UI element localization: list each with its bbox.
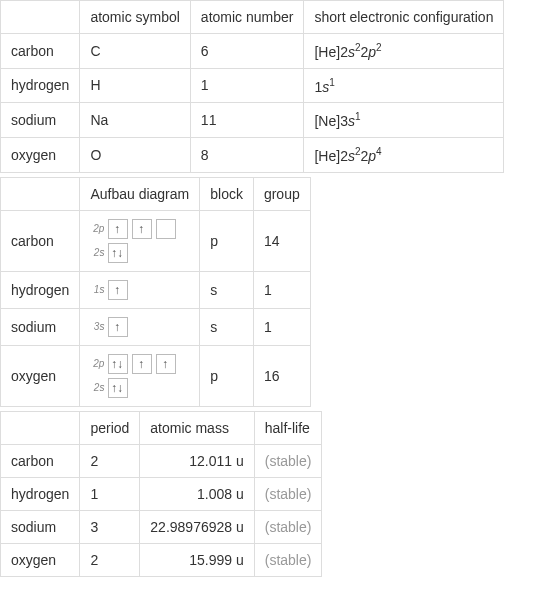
orbital-label: 2p — [90, 358, 104, 369]
orbital-box — [156, 219, 176, 239]
header-half: half-life — [254, 411, 322, 444]
spin-up-icon — [164, 358, 169, 370]
electron-config: [Ne]3s1 — [304, 103, 504, 138]
group: 1 — [253, 271, 310, 308]
table-aufbau: Aufbau diagram block group carbon2p2sp14… — [0, 177, 311, 407]
header-period: period — [80, 411, 140, 444]
orbital-line: 2p — [90, 354, 189, 374]
aufbau-diagram: 2p2s — [80, 345, 200, 406]
atomic-mass: 12.011 u — [140, 444, 254, 477]
half-life: (stable) — [254, 444, 322, 477]
half-life: (stable) — [254, 510, 322, 543]
spin-up-icon — [116, 321, 121, 333]
element-name: oxygen — [1, 345, 80, 406]
spin-up-icon — [116, 284, 121, 296]
aufbau-diagram: 3s — [80, 308, 200, 345]
header-number: atomic number — [190, 1, 304, 34]
orbital-line: 2s — [90, 243, 189, 263]
orbital-line: 1s — [90, 280, 189, 300]
spin-up-icon — [140, 358, 145, 370]
table-row: sodium3ss1 — [1, 308, 311, 345]
table-row: oxygenO8[He]2s22p4 — [1, 137, 504, 172]
atomic-symbol: H — [80, 68, 190, 103]
table-row: oxygen2p2sp16 — [1, 345, 311, 406]
period: 2 — [80, 444, 140, 477]
element-name: sodium — [1, 510, 80, 543]
spin-down-icon — [119, 358, 124, 370]
orbital-line: 2p — [90, 219, 189, 239]
orbital-label: 3s — [90, 321, 104, 332]
half-life: (stable) — [254, 477, 322, 510]
header-symbol: atomic symbol — [80, 1, 190, 34]
block: p — [200, 345, 254, 406]
period: 2 — [80, 543, 140, 576]
table-row: carbon212.011 u(stable) — [1, 444, 322, 477]
aufbau-diagram: 2p2s — [80, 210, 200, 271]
table-header-row: Aufbau diagram block group — [1, 177, 311, 210]
table-row: sodiumNa11[Ne]3s1 — [1, 103, 504, 138]
spin-down-icon — [119, 247, 124, 259]
group: 16 — [253, 345, 310, 406]
element-name: carbon — [1, 34, 80, 69]
block: s — [200, 271, 254, 308]
element-name: sodium — [1, 308, 80, 345]
element-name: oxygen — [1, 137, 80, 172]
orbital-box — [108, 243, 128, 263]
table-row: hydrogen1ss1 — [1, 271, 311, 308]
element-name: hydrogen — [1, 271, 80, 308]
header-config: short electronic configuration — [304, 1, 504, 34]
header-blank — [1, 177, 80, 210]
group: 1 — [253, 308, 310, 345]
orbital-label: 1s — [90, 284, 104, 295]
orbital-line: 3s — [90, 317, 189, 337]
atomic-mass: 15.999 u — [140, 543, 254, 576]
element-name: sodium — [1, 103, 80, 138]
atomic-symbol: C — [80, 34, 190, 69]
table-row: hydrogenH11s1 — [1, 68, 504, 103]
orbital-box — [108, 354, 128, 374]
element-name: hydrogen — [1, 68, 80, 103]
atomic-number: 1 — [190, 68, 304, 103]
header-group: group — [253, 177, 310, 210]
header-blank — [1, 411, 80, 444]
element-name: carbon — [1, 210, 80, 271]
orbital-box — [156, 354, 176, 374]
table-row: carbonC6[He]2s22p2 — [1, 34, 504, 69]
spin-up-icon — [116, 223, 121, 235]
orbital-label: 2s — [90, 247, 104, 258]
atomic-mass: 22.98976928 u — [140, 510, 254, 543]
table-row: hydrogen11.008 u(stable) — [1, 477, 322, 510]
spin-up-icon — [140, 223, 145, 235]
spin-down-icon — [119, 382, 124, 394]
group: 14 — [253, 210, 310, 271]
block: s — [200, 308, 254, 345]
electron-config: 1s1 — [304, 68, 504, 103]
table-row: sodium322.98976928 u(stable) — [1, 510, 322, 543]
atomic-number: 11 — [190, 103, 304, 138]
period: 1 — [80, 477, 140, 510]
atomic-symbol: O — [80, 137, 190, 172]
aufbau-diagram: 1s — [80, 271, 200, 308]
element-name: hydrogen — [1, 477, 80, 510]
orbital-label: 2s — [90, 382, 104, 393]
atomic-mass: 1.008 u — [140, 477, 254, 510]
table-atomic-basics: atomic symbol atomic number short electr… — [0, 0, 504, 173]
orbital-box — [132, 354, 152, 374]
header-aufbau: Aufbau diagram — [80, 177, 200, 210]
table-row: oxygen215.999 u(stable) — [1, 543, 322, 576]
atomic-number: 6 — [190, 34, 304, 69]
period: 3 — [80, 510, 140, 543]
table-period-mass: period atomic mass half-life carbon212.0… — [0, 411, 322, 577]
atomic-symbol: Na — [80, 103, 190, 138]
element-name: oxygen — [1, 543, 80, 576]
atomic-number: 8 — [190, 137, 304, 172]
table-row: carbon2p2sp14 — [1, 210, 311, 271]
orbital-label: 2p — [90, 223, 104, 234]
element-name: carbon — [1, 444, 80, 477]
electron-config: [He]2s22p2 — [304, 34, 504, 69]
half-life: (stable) — [254, 543, 322, 576]
orbital-box — [108, 280, 128, 300]
header-blank — [1, 1, 80, 34]
block: p — [200, 210, 254, 271]
orbital-line: 2s — [90, 378, 189, 398]
